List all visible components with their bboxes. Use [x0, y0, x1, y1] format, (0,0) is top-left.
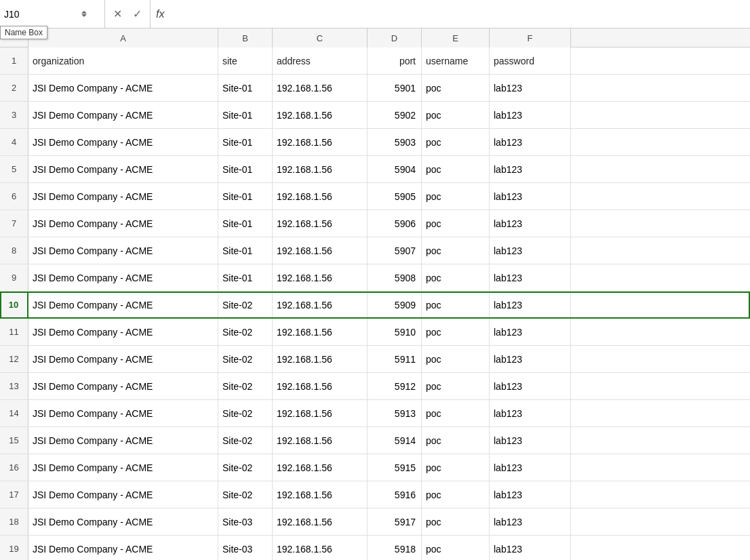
cell-14-F[interactable]: lab123 [490, 400, 571, 426]
cancel-icon[interactable]: ✕ [111, 6, 125, 22]
cell-18-F[interactable]: lab123 [490, 508, 571, 535]
cell-14-C[interactable]: 192.168.1.56 [273, 400, 368, 426]
cell-18-A[interactable]: JSI Demo Company - ACME [28, 508, 218, 535]
cell-9-E[interactable]: poc [422, 264, 490, 291]
cell-10-A[interactable]: JSI Demo Company - ACME [28, 292, 218, 318]
col-header-A[interactable]: A [28, 28, 218, 47]
cell-19-B[interactable]: Site-03 [218, 536, 273, 560]
cell-9-A[interactable]: JSI Demo Company - ACME [28, 264, 218, 291]
cell-14-D[interactable]: 5913 [368, 400, 422, 426]
cell-17-D[interactable]: 5916 [368, 481, 422, 508]
cell-3-C[interactable]: 192.168.1.56 [273, 102, 368, 128]
cell-5-F[interactable]: lab123 [490, 156, 571, 182]
cell-6-C[interactable]: 192.168.1.56 [273, 183, 368, 209]
cell-2-C[interactable]: 192.168.1.56 [273, 75, 368, 101]
col-header-F[interactable]: F [490, 28, 571, 47]
cell-6-B[interactable]: Site-01 [218, 183, 273, 209]
cell-4-A[interactable]: JSI Demo Company - ACME [28, 129, 218, 155]
cell-7-C[interactable]: 192.168.1.56 [273, 210, 368, 237]
cell-11-C[interactable]: 192.168.1.56 [273, 319, 368, 345]
cell-3-B[interactable]: Site-01 [218, 102, 273, 128]
cell-11-B[interactable]: Site-02 [218, 319, 273, 345]
cell-9-B[interactable]: Site-01 [218, 264, 273, 291]
cell-9-F[interactable]: lab123 [490, 264, 571, 291]
cell-5-C[interactable]: 192.168.1.56 [273, 156, 368, 182]
cell-12-A[interactable]: JSI Demo Company - ACME [28, 346, 218, 372]
cell-10-E[interactable]: poc [422, 292, 490, 318]
cell-13-F[interactable]: lab123 [490, 373, 571, 399]
cell-6-E[interactable]: poc [422, 183, 490, 209]
cell-13-E[interactable]: poc [422, 373, 490, 399]
cell-2-D[interactable]: 5901 [368, 75, 422, 101]
cell-2-F[interactable]: lab123 [490, 75, 571, 101]
cell-1-F[interactable]: password [490, 47, 571, 74]
cell-11-F[interactable]: lab123 [490, 319, 571, 345]
cell-19-C[interactable]: 192.168.1.56 [273, 536, 368, 560]
cell-5-B[interactable]: Site-01 [218, 156, 273, 182]
cell-18-B[interactable]: Site-03 [218, 508, 273, 535]
cell-12-F[interactable]: lab123 [490, 346, 571, 372]
cell-4-B[interactable]: Site-01 [218, 129, 273, 155]
cell-10-D[interactable]: 5909 [368, 292, 422, 318]
cell-18-C[interactable]: 192.168.1.56 [273, 508, 368, 535]
cell-7-E[interactable]: poc [422, 210, 490, 237]
cell-15-A[interactable]: JSI Demo Company - ACME [28, 427, 218, 454]
cell-7-A[interactable]: JSI Demo Company - ACME [28, 210, 218, 237]
cell-10-C[interactable]: 192.168.1.56 [273, 292, 368, 318]
cell-13-D[interactable]: 5912 [368, 373, 422, 399]
cell-19-A[interactable]: JSI Demo Company - ACME [28, 536, 218, 560]
cell-12-C[interactable]: 192.168.1.56 [273, 346, 368, 372]
cell-10-B[interactable]: Site-02 [218, 292, 273, 318]
cell-11-A[interactable]: JSI Demo Company - ACME [28, 319, 218, 345]
cell-5-A[interactable]: JSI Demo Company - ACME [28, 156, 218, 182]
cell-9-C[interactable]: 192.168.1.56 [273, 264, 368, 291]
cell-7-F[interactable]: lab123 [490, 210, 571, 237]
cell-14-E[interactable]: poc [422, 400, 490, 426]
cell-7-B[interactable]: Site-01 [218, 210, 273, 237]
cell-12-D[interactable]: 5911 [368, 346, 422, 372]
cell-16-C[interactable]: 192.168.1.56 [273, 454, 368, 481]
cell-4-D[interactable]: 5903 [368, 129, 422, 155]
cell-16-F[interactable]: lab123 [490, 454, 571, 481]
cell-12-E[interactable]: poc [422, 346, 490, 372]
cell-14-B[interactable]: Site-02 [218, 400, 273, 426]
cell-13-C[interactable]: 192.168.1.56 [273, 373, 368, 399]
cell-18-D[interactable]: 5917 [368, 508, 422, 535]
cell-17-F[interactable]: lab123 [490, 481, 571, 508]
cell-6-A[interactable]: JSI Demo Company - ACME [28, 183, 218, 209]
cell-8-D[interactable]: 5907 [368, 237, 422, 264]
cell-1-D[interactable]: port [368, 47, 422, 74]
cell-3-E[interactable]: poc [422, 102, 490, 128]
cell-19-D[interactable]: 5918 [368, 536, 422, 560]
cell-5-E[interactable]: poc [422, 156, 490, 182]
cell-14-A[interactable]: JSI Demo Company - ACME [28, 400, 218, 426]
cell-15-C[interactable]: 192.168.1.56 [273, 427, 368, 454]
cell-5-D[interactable]: 5904 [368, 156, 422, 182]
col-header-E[interactable]: E [422, 28, 490, 47]
cell-13-B[interactable]: Site-02 [218, 373, 273, 399]
cell-3-D[interactable]: 5902 [368, 102, 422, 128]
cell-3-F[interactable]: lab123 [490, 102, 571, 128]
cell-16-E[interactable]: poc [422, 454, 490, 481]
cell-16-D[interactable]: 5915 [368, 454, 422, 481]
cell-2-E[interactable]: poc [422, 75, 490, 101]
cell-8-C[interactable]: 192.168.1.56 [273, 237, 368, 264]
cell-1-B[interactable]: site [218, 47, 273, 74]
cell-17-E[interactable]: poc [422, 481, 490, 508]
cell-18-E[interactable]: poc [422, 508, 490, 535]
cell-8-A[interactable]: JSI Demo Company - ACME [28, 237, 218, 264]
confirm-icon[interactable]: ✓ [130, 6, 144, 22]
cell-4-C[interactable]: 192.168.1.56 [273, 129, 368, 155]
cell-11-D[interactable]: 5910 [368, 319, 422, 345]
cell-1-E[interactable]: username [422, 47, 490, 74]
formula-input[interactable] [170, 7, 750, 21]
cell-3-A[interactable]: JSI Demo Company - ACME [28, 102, 218, 128]
cell-13-A[interactable]: JSI Demo Company - ACME [28, 373, 218, 399]
cell-19-E[interactable]: poc [422, 536, 490, 560]
col-header-D[interactable]: D [368, 28, 422, 47]
cell-12-B[interactable]: Site-02 [218, 346, 273, 372]
cell-1-C[interactable]: address [273, 47, 368, 74]
cell-8-F[interactable]: lab123 [490, 237, 571, 264]
cell-2-A[interactable]: JSI Demo Company - ACME [28, 75, 218, 101]
cell-16-B[interactable]: Site-02 [218, 454, 273, 481]
